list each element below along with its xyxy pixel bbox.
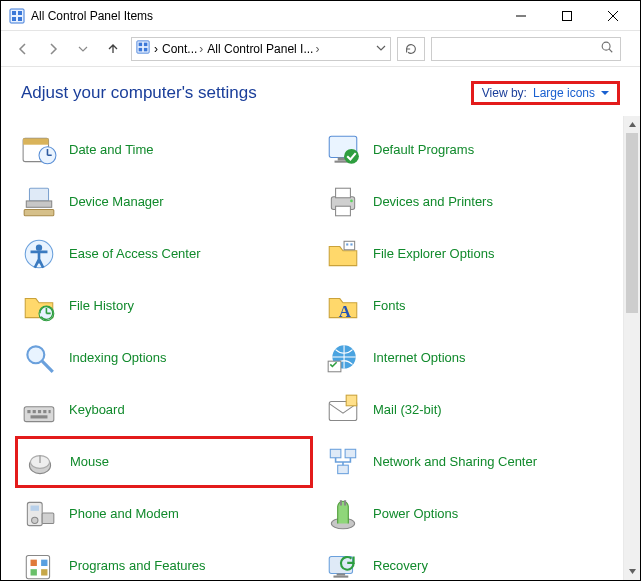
maximize-button[interactable] <box>544 1 590 31</box>
cpl-item-mail[interactable]: Mail (32-bit) <box>319 384 617 436</box>
chevron-right-icon: › <box>199 42 203 56</box>
scroll-up-icon[interactable] <box>624 116 640 133</box>
cpl-item-recovery[interactable]: Recovery <box>319 540 617 580</box>
svg-rect-10 <box>139 43 143 47</box>
svg-rect-4 <box>18 17 22 21</box>
cpl-item-label: Recovery <box>373 559 428 574</box>
cpl-item-ease[interactable]: Ease of Access Center <box>15 228 313 280</box>
cpl-item-label: Devices and Printers <box>373 195 493 210</box>
address-dropdown-icon[interactable] <box>376 42 386 56</box>
svg-rect-2 <box>18 11 22 15</box>
control-panel-icon <box>9 8 25 24</box>
cpl-item-label: Date and Time <box>69 143 154 158</box>
cpl-item-defaults[interactable]: Default Programs <box>319 124 617 176</box>
ease-icon <box>19 234 59 274</box>
breadcrumb-segment[interactable]: All Control Panel I... › <box>207 42 319 56</box>
cpl-item-mouse[interactable]: Mouse <box>15 436 313 488</box>
heading-row: Adjust your computer's settings View by:… <box>1 67 640 111</box>
items-grid: Date and TimeDefault ProgramsDevice Mana… <box>1 116 623 580</box>
cpl-item-power[interactable]: Power Options <box>319 488 617 540</box>
recent-locations-dropdown[interactable] <box>71 37 95 61</box>
view-by-value: Large icons <box>533 86 595 100</box>
search-icon <box>600 40 614 57</box>
printer-icon <box>323 182 363 222</box>
titlebar: All Control Panel Items <box>1 1 640 31</box>
cpl-item-keyboard[interactable]: Keyboard <box>15 384 313 436</box>
refresh-button[interactable] <box>397 37 425 61</box>
svg-rect-1 <box>12 11 16 15</box>
view-by-selector[interactable]: View by: Large icons <box>471 81 620 105</box>
vertical-scrollbar[interactable] <box>623 116 640 580</box>
index-icon <box>19 338 59 378</box>
scroll-track[interactable] <box>624 133 640 563</box>
control-panel-glyph-icon <box>136 40 150 57</box>
defaults-icon <box>323 130 363 170</box>
cpl-item-label: Device Manager <box>69 195 164 210</box>
breadcrumb-segment[interactable]: Cont... › <box>162 42 203 56</box>
power-icon <box>323 494 363 534</box>
cpl-item-label: Network and Sharing Center <box>373 455 537 470</box>
inet-icon <box>323 338 363 378</box>
scroll-down-icon[interactable] <box>624 563 640 580</box>
svg-rect-13 <box>144 48 148 52</box>
cpl-item-label: File Explorer Options <box>373 247 494 262</box>
cpl-item-network[interactable]: Network and Sharing Center <box>319 436 617 488</box>
back-button[interactable] <box>11 37 35 61</box>
cpl-item-folderopt[interactable]: File Explorer Options <box>319 228 617 280</box>
svg-rect-6 <box>563 11 572 20</box>
search-box[interactable] <box>431 37 621 61</box>
cpl-item-filehist[interactable]: File History <box>15 280 313 332</box>
cpl-item-label: Phone and Modem <box>69 507 179 522</box>
cpl-item-label: Ease of Access Center <box>69 247 201 262</box>
cpl-item-label: Mouse <box>70 455 109 470</box>
forward-button[interactable] <box>41 37 65 61</box>
address-bar[interactable]: › Cont... › All Control Panel I... › <box>131 37 391 61</box>
cpl-item-label: Mail (32-bit) <box>373 403 442 418</box>
scroll-thumb[interactable] <box>626 133 638 313</box>
svg-rect-3 <box>12 17 16 21</box>
content-area: Date and TimeDefault ProgramsDevice Mana… <box>1 116 640 580</box>
page-heading: Adjust your computer's settings <box>21 83 257 103</box>
breadcrumb-text: Cont... <box>162 42 197 56</box>
cpl-item-printer[interactable]: Devices and Printers <box>319 176 617 228</box>
keyboard-icon <box>19 390 59 430</box>
svg-rect-11 <box>144 43 148 47</box>
mouse-icon <box>20 442 60 482</box>
cpl-item-label: File History <box>69 299 134 314</box>
cpl-item-label: Internet Options <box>373 351 466 366</box>
cpl-item-fonts[interactable]: Fonts <box>319 280 617 332</box>
fonts-icon <box>323 286 363 326</box>
cpl-item-inet[interactable]: Internet Options <box>319 332 617 384</box>
recovery-icon <box>323 546 363 580</box>
window-title: All Control Panel Items <box>31 9 498 23</box>
mail-icon <box>323 390 363 430</box>
programs-icon <box>19 546 59 580</box>
minimize-button[interactable] <box>498 1 544 31</box>
cpl-item-label: Fonts <box>373 299 406 314</box>
cpl-item-label: Default Programs <box>373 143 474 158</box>
cpl-item-clock[interactable]: Date and Time <box>15 124 313 176</box>
filehist-icon <box>19 286 59 326</box>
chevron-down-icon <box>601 86 609 100</box>
cpl-item-label: Programs and Features <box>69 559 206 574</box>
modem-icon <box>19 494 59 534</box>
cpl-item-label: Keyboard <box>69 403 125 418</box>
up-button[interactable] <box>101 37 125 61</box>
svg-rect-12 <box>139 48 143 52</box>
cpl-item-index[interactable]: Indexing Options <box>15 332 313 384</box>
svg-point-14 <box>602 42 610 50</box>
cpl-item-modem[interactable]: Phone and Modem <box>15 488 313 540</box>
chevron-right-icon: › <box>154 42 158 56</box>
cpl-item-label: Power Options <box>373 507 458 522</box>
clock-icon <box>19 130 59 170</box>
folderopt-icon <box>323 234 363 274</box>
close-button[interactable] <box>590 1 636 31</box>
breadcrumb-text: All Control Panel I... <box>207 42 313 56</box>
network-icon <box>323 442 363 482</box>
cpl-item-devmgr[interactable]: Device Manager <box>15 176 313 228</box>
chevron-right-icon: › <box>315 42 319 56</box>
cpl-item-label: Indexing Options <box>69 351 167 366</box>
cpl-item-programs[interactable]: Programs and Features <box>15 540 313 580</box>
svg-line-15 <box>609 49 612 52</box>
view-by-label: View by: <box>482 86 527 100</box>
